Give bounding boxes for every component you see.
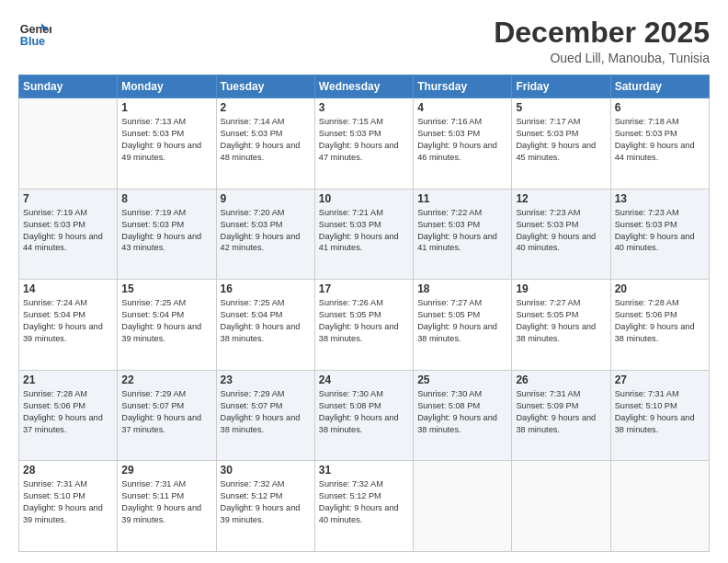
cell-info: Sunrise: 7:25 AMSunset: 5:04 PMDaylight:… <box>121 297 211 345</box>
table-row: 6Sunrise: 7:18 AMSunset: 5:03 PMDaylight… <box>610 98 709 190</box>
table-row <box>414 461 512 552</box>
cell-info: Sunrise: 7:14 AMSunset: 5:03 PMDaylight:… <box>221 116 311 164</box>
cell-info: Sunrise: 7:23 AMSunset: 5:03 PMDaylight:… <box>615 207 705 255</box>
cell-info: Sunrise: 7:26 AMSunset: 5:05 PMDaylight:… <box>319 297 409 345</box>
cell-info: Sunrise: 7:28 AMSunset: 5:06 PMDaylight:… <box>23 388 113 436</box>
col-tuesday: Tuesday <box>216 75 314 98</box>
col-monday: Monday <box>118 75 216 98</box>
calendar-table: Sunday Monday Tuesday Wednesday Thursday… <box>18 75 710 552</box>
logo: General Blue <box>18 17 51 50</box>
table-row: 4Sunrise: 7:16 AMSunset: 5:03 PMDaylight… <box>414 98 512 190</box>
day-number: 6 <box>615 101 705 114</box>
day-number: 15 <box>121 282 211 295</box>
day-number: 28 <box>23 464 113 477</box>
table-row: 21Sunrise: 7:28 AMSunset: 5:06 PMDayligh… <box>19 370 118 461</box>
table-row: 15Sunrise: 7:25 AMSunset: 5:04 PMDayligh… <box>118 280 216 371</box>
cell-info: Sunrise: 7:27 AMSunset: 5:05 PMDaylight:… <box>516 297 606 345</box>
table-row: 5Sunrise: 7:17 AMSunset: 5:03 PMDaylight… <box>512 98 610 190</box>
day-number: 22 <box>121 373 211 386</box>
cell-info: Sunrise: 7:25 AMSunset: 5:04 PMDaylight:… <box>221 297 311 345</box>
table-row: 29Sunrise: 7:31 AMSunset: 5:11 PMDayligh… <box>118 461 216 552</box>
cell-info: Sunrise: 7:31 AMSunset: 5:10 PMDaylight:… <box>615 388 705 436</box>
calendar-week-row: 21Sunrise: 7:28 AMSunset: 5:06 PMDayligh… <box>19 370 710 461</box>
cell-info: Sunrise: 7:16 AMSunset: 5:03 PMDaylight:… <box>417 116 507 164</box>
cell-info: Sunrise: 7:13 AMSunset: 5:03 PMDaylight:… <box>121 116 211 164</box>
calendar-week-row: 28Sunrise: 7:31 AMSunset: 5:10 PMDayligh… <box>19 461 710 552</box>
table-row: 2Sunrise: 7:14 AMSunset: 5:03 PMDaylight… <box>216 98 314 190</box>
day-number: 17 <box>319 282 409 295</box>
day-number: 9 <box>221 192 311 205</box>
day-number: 7 <box>23 192 113 205</box>
day-number: 31 <box>319 464 409 477</box>
day-number: 29 <box>121 464 211 477</box>
col-wednesday: Wednesday <box>314 75 413 98</box>
table-row: 17Sunrise: 7:26 AMSunset: 5:05 PMDayligh… <box>314 280 413 371</box>
day-number: 20 <box>615 282 705 295</box>
day-number: 30 <box>221 464 311 477</box>
cell-info: Sunrise: 7:29 AMSunset: 5:07 PMDaylight:… <box>221 388 311 436</box>
table-row <box>512 461 610 552</box>
cell-info: Sunrise: 7:27 AMSunset: 5:05 PMDaylight:… <box>417 297 507 345</box>
day-number: 10 <box>319 192 409 205</box>
calendar-week-row: 7Sunrise: 7:19 AMSunset: 5:03 PMDaylight… <box>19 189 710 280</box>
day-number: 4 <box>417 101 507 114</box>
table-row: 7Sunrise: 7:19 AMSunset: 5:03 PMDaylight… <box>19 189 118 280</box>
table-row: 10Sunrise: 7:21 AMSunset: 5:03 PMDayligh… <box>314 189 413 280</box>
table-row: 9Sunrise: 7:20 AMSunset: 5:03 PMDaylight… <box>216 189 314 280</box>
table-row: 11Sunrise: 7:22 AMSunset: 5:03 PMDayligh… <box>414 189 512 280</box>
table-row: 27Sunrise: 7:31 AMSunset: 5:10 PMDayligh… <box>610 370 709 461</box>
day-number: 1 <box>121 101 211 114</box>
day-number: 24 <box>319 373 409 386</box>
col-thursday: Thursday <box>414 75 512 98</box>
page-header: General Blue December 2025 Oued Lill, Ma… <box>18 17 710 65</box>
cell-info: Sunrise: 7:22 AMSunset: 5:03 PMDaylight:… <box>417 207 507 255</box>
table-row: 28Sunrise: 7:31 AMSunset: 5:10 PMDayligh… <box>19 461 118 552</box>
day-number: 12 <box>516 192 606 205</box>
header-row: Sunday Monday Tuesday Wednesday Thursday… <box>19 75 710 98</box>
cell-info: Sunrise: 7:28 AMSunset: 5:06 PMDaylight:… <box>615 297 705 345</box>
day-number: 18 <box>417 282 507 295</box>
day-number: 8 <box>121 192 211 205</box>
col-saturday: Saturday <box>610 75 709 98</box>
day-number: 11 <box>417 192 507 205</box>
cell-info: Sunrise: 7:15 AMSunset: 5:03 PMDaylight:… <box>319 116 409 164</box>
cell-info: Sunrise: 7:31 AMSunset: 5:11 PMDaylight:… <box>121 478 211 526</box>
month-title: December 2025 <box>494 17 710 49</box>
day-number: 26 <box>516 373 606 386</box>
day-number: 23 <box>221 373 311 386</box>
table-row: 22Sunrise: 7:29 AMSunset: 5:07 PMDayligh… <box>118 370 216 461</box>
table-row: 26Sunrise: 7:31 AMSunset: 5:09 PMDayligh… <box>512 370 610 461</box>
table-row: 13Sunrise: 7:23 AMSunset: 5:03 PMDayligh… <box>610 189 709 280</box>
day-number: 3 <box>319 101 409 114</box>
cell-info: Sunrise: 7:21 AMSunset: 5:03 PMDaylight:… <box>319 207 409 255</box>
table-row: 24Sunrise: 7:30 AMSunset: 5:08 PMDayligh… <box>314 370 413 461</box>
table-row: 31Sunrise: 7:32 AMSunset: 5:12 PMDayligh… <box>314 461 413 552</box>
cell-info: Sunrise: 7:19 AMSunset: 5:03 PMDaylight:… <box>23 207 113 255</box>
table-row <box>610 461 709 552</box>
table-row: 18Sunrise: 7:27 AMSunset: 5:05 PMDayligh… <box>414 280 512 371</box>
cell-info: Sunrise: 7:31 AMSunset: 5:10 PMDaylight:… <box>23 478 113 526</box>
cell-info: Sunrise: 7:30 AMSunset: 5:08 PMDaylight:… <box>319 388 409 436</box>
title-block: December 2025 Oued Lill, Manouba, Tunisi… <box>494 17 710 65</box>
table-row: 30Sunrise: 7:32 AMSunset: 5:12 PMDayligh… <box>216 461 314 552</box>
location: Oued Lill, Manouba, Tunisia <box>494 51 710 65</box>
table-row: 12Sunrise: 7:23 AMSunset: 5:03 PMDayligh… <box>512 189 610 280</box>
table-row: 19Sunrise: 7:27 AMSunset: 5:05 PMDayligh… <box>512 280 610 371</box>
cell-info: Sunrise: 7:32 AMSunset: 5:12 PMDaylight:… <box>221 478 311 526</box>
calendar-week-row: 14Sunrise: 7:24 AMSunset: 5:04 PMDayligh… <box>19 280 710 371</box>
cell-info: Sunrise: 7:31 AMSunset: 5:09 PMDaylight:… <box>516 388 606 436</box>
cell-info: Sunrise: 7:20 AMSunset: 5:03 PMDaylight:… <box>221 207 311 255</box>
logo-icon: General Blue <box>18 17 51 50</box>
cell-info: Sunrise: 7:29 AMSunset: 5:07 PMDaylight:… <box>121 388 211 436</box>
table-row: 14Sunrise: 7:24 AMSunset: 5:04 PMDayligh… <box>19 280 118 371</box>
cell-info: Sunrise: 7:24 AMSunset: 5:04 PMDaylight:… <box>23 297 113 345</box>
calendar-page: General Blue December 2025 Oued Lill, Ma… <box>0 0 728 563</box>
day-number: 19 <box>516 282 606 295</box>
svg-text:Blue: Blue <box>20 35 45 48</box>
table-row: 16Sunrise: 7:25 AMSunset: 5:04 PMDayligh… <box>216 280 314 371</box>
day-number: 14 <box>23 282 113 295</box>
cell-info: Sunrise: 7:23 AMSunset: 5:03 PMDaylight:… <box>516 207 606 255</box>
day-number: 2 <box>221 101 311 114</box>
day-number: 27 <box>615 373 705 386</box>
table-row <box>19 98 118 190</box>
